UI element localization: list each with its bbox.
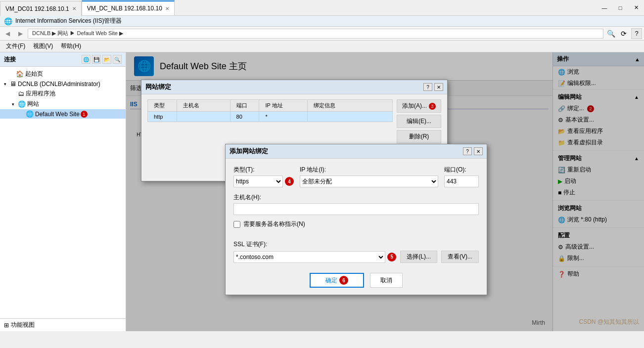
tree-item-home[interactable]: 🏠 起始页 [0,69,126,79]
edit-binding-btn[interactable]: 编辑(E)... [397,115,441,128]
sidebar-header: 连接 🌐 💾 📂 🔍 [0,52,126,67]
sidebar-tool-2[interactable]: 💾 [92,55,101,64]
tree-item-default-site[interactable]: 🌐 Default Web Site 1 [0,109,126,119]
binding-table: 类型 主机名 端口 IP 地址 绑定信息 http 80 [147,99,393,122]
ssl-cert-section: SSL 证书(F): *.contoso.com 5 选择(L)... 查看(V… [233,240,479,263]
tab-vm-dc-nlb-label: VM_DC_NLB 192.168.10.10 [87,5,162,12]
title-bar: VM_DC01 192.168.10.1 ✕ VM_DC_NLB 192.168… [0,0,644,16]
col-port: 端口 [230,100,259,112]
add-binding-btn[interactable]: 添加(A)... 3 [397,99,441,113]
app-title-bar: 🌐 Internet Information Services (IIS)管理器 [0,16,644,27]
address-path: DCNLB ▶ 网站 ▶ Default Web Site ▶ [28,29,603,39]
col-hostname: 主机名 [177,100,230,112]
feature-view-label: 功能视图 [11,321,35,329]
tree-item-apppool[interactable]: 🗂 应用程序池 [0,88,126,99]
tab-vm-dc-nlb[interactable]: VM_DC_NLB 192.168.10.10 ✕ [82,0,175,15]
address-icons: 🔍 ⟳ ? [605,28,642,39]
dialog-add-binding: 添加网站绑定 ? ✕ 类型(T): https 4 [225,144,487,295]
form-row-1: 类型(T): https 4 IP 地址(I): 全部未分配 端口(O): [233,166,479,187]
ok-btn[interactable]: 确定 6 [310,273,364,288]
nav-back-btn[interactable]: ◀ [2,28,13,39]
feature-view-icon: ⊞ [4,322,9,329]
col-info: 绑定信息 [308,100,393,112]
tree-item-dcnlb[interactable]: ▾ 🖥 DCNLB (DCNLB\Administrator) [0,79,126,88]
dialog-add-close-btn[interactable]: ✕ [474,147,483,155]
dialog-binding-close-btn[interactable]: ✕ [434,83,443,91]
binding-hostname [177,112,230,122]
content-wrapper: 🌐 Default Web Site 主页 筛选: ▶ 开始(G) 📋 全部显示… [126,52,644,331]
dialog-add-content: 类型(T): https 4 IP 地址(I): 全部未分配 端口(O): [226,159,487,295]
dialog-binding-title-bar: 网站绑定 ? ✕ [141,80,447,94]
dialog-add-title: 添加网站绑定 [230,147,268,156]
tree-label-apppool: 应用程序池 [26,89,55,98]
tree-label-dcnlb: DCNLB (DCNLB\Administrator) [18,81,100,87]
hostname-label: 主机名(H): [233,193,479,202]
tab-vm-dc-nlb-close[interactable]: ✕ [165,6,169,11]
ok-badge: 6 [339,276,348,285]
tree-label-default-site: Default Web Site [35,111,80,118]
refresh-icon[interactable]: ⟳ [618,28,629,39]
help-icon[interactable]: ? [631,28,642,39]
menu-bar: 文件(F) 视图(V) 帮助(H) [0,41,644,52]
dialog-add-title-bar: 添加网站绑定 ? ✕ [226,144,487,159]
form-row-2: 主机名(H): [233,193,479,215]
minimize-btn[interactable]: — [597,0,612,15]
close-btn[interactable]: ✕ [628,0,644,15]
main-layout: 连接 🌐 💾 📂 🔍 🏠 起始页 ▾ 🖥 DCNLB (DCNLB\Ad [0,52,644,331]
col-ip: IP 地址 [259,100,308,112]
ip-label: IP 地址(I): [300,166,438,174]
tab-vm-dc01-label: VM_DC01 192.168.10.1 [5,5,69,12]
menu-help[interactable]: 帮助(H) [57,41,85,51]
binding-type: http [148,112,177,122]
search-icon[interactable]: 🔍 [605,28,616,39]
ssl-cert-select[interactable]: *.contoso.com [233,251,385,263]
address-bar: ◀ ▶ DCNLB ▶ 网站 ▶ Default Web Site ▶ 🔍 ⟳ … [0,27,644,41]
app-icon: 🌐 [4,17,12,25]
tree-item-websites[interactable]: ▾ 🌐 网站 [0,99,126,109]
ssl-select-btn[interactable]: 选择(L)... [400,251,437,263]
cancel-btn[interactable]: 取消 [370,273,403,288]
dialog-ok-row: 确定 6 取消 [233,269,479,288]
dialog-add-help-btn[interactable]: ? [463,147,472,155]
type-select[interactable]: https [233,175,283,187]
sni-label: 需要服务器名称指示(N) [243,220,305,228]
ip-select[interactable]: 全部未分配 [300,175,438,187]
app-title: Internet Information Services (IIS)管理器 [15,17,122,25]
ssl-badge: 5 [387,253,396,261]
sidebar-bottom: ⊞ 功能视图 [0,318,126,331]
sni-checkbox[interactable] [233,221,240,228]
add-badge: 3 [429,103,436,110]
tree: 🏠 起始页 ▾ 🖥 DCNLB (DCNLB\Administrator) 🗂 … [0,67,126,318]
type-label: 类型(T): [233,166,294,174]
sidebar: 连接 🌐 💾 📂 🔍 🏠 起始页 ▾ 🖥 DCNLB (DCNLB\Ad [0,52,126,331]
binding-ip: * [259,112,308,122]
tab-vm-dc01[interactable]: VM_DC01 192.168.10.1 ✕ [0,1,82,16]
sni-row: 需要服务器名称指示(N) [233,220,479,228]
tab-vm-dc01-close[interactable]: ✕ [72,6,76,11]
nav-forward-btn[interactable]: ▶ [15,28,26,39]
tree-badge-default-site: 1 [81,111,88,118]
sidebar-tool-1[interactable]: 🌐 [82,55,91,64]
port-input[interactable] [444,175,479,187]
maximize-btn[interactable]: □ [612,0,628,15]
type-badge: 4 [285,177,294,186]
ssl-view-btn[interactable]: 查看(V)... [441,251,479,263]
remove-binding-btn[interactable]: 删除(R) [397,130,441,143]
dialog-binding-title: 网站绑定 [145,83,171,91]
binding-row-http[interactable]: http 80 * [148,112,393,122]
port-label: 端口(O): [444,166,479,174]
win-controls: — □ ✕ [597,0,644,15]
ip-group: IP 地址(I): 全部未分配 [300,166,438,187]
dialog-binding-help-btn[interactable]: ? [423,83,432,91]
sidebar-tool-3[interactable]: 📂 [102,55,111,64]
hostname-input[interactable] [233,203,479,215]
type-group: 类型(T): https 4 [233,166,294,187]
tree-label-websites: 网站 [27,100,39,108]
binding-info [308,112,393,122]
menu-file[interactable]: 文件(F) [2,41,29,51]
sidebar-tool-4[interactable]: 🔍 [113,55,122,64]
tree-label-home: 起始页 [25,70,43,78]
menu-view[interactable]: 视图(V) [29,41,57,51]
port-group: 端口(O): [444,166,479,187]
binding-port: 80 [230,112,259,122]
